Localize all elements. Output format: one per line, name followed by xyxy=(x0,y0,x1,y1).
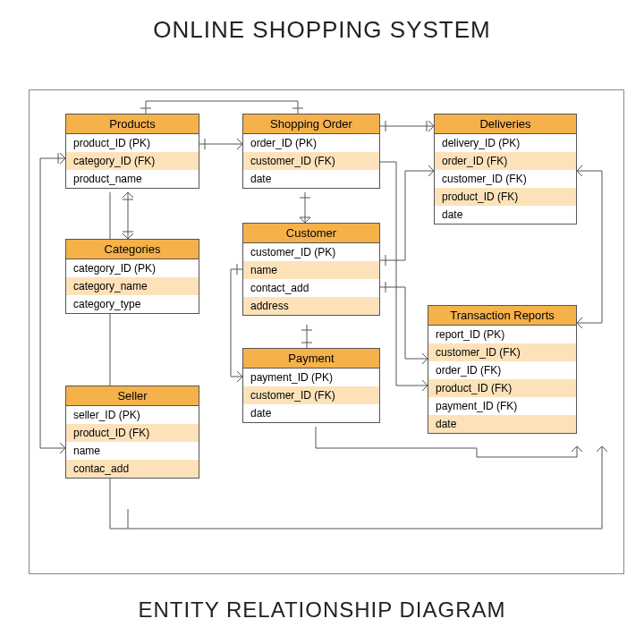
field: date xyxy=(243,404,379,422)
field: product_ID (PK) xyxy=(66,134,199,152)
field: category_name xyxy=(66,277,199,295)
diagram-canvas: Products product_ID (PK) category_ID (FK… xyxy=(29,89,624,574)
field: payment_ID (FK) xyxy=(428,397,576,415)
field: order_ID (FK) xyxy=(435,152,576,170)
field: report_ID (PK) xyxy=(428,326,576,343)
field: product_ID (FK) xyxy=(66,424,199,442)
entity-shopping-order: Shopping Order order_ID (PK) customer_ID… xyxy=(242,114,380,189)
entity-categories: Categories category_ID (PK) category_nam… xyxy=(65,239,199,314)
field: seller_ID (PK) xyxy=(66,406,199,424)
field: order_ID (FK) xyxy=(428,361,576,379)
entity-header: Products xyxy=(66,114,199,134)
entity-payment: Payment payment_ID (PK) customer_ID (FK)… xyxy=(242,348,380,423)
entity-header: Payment xyxy=(243,349,379,369)
entity-header: Customer xyxy=(243,224,379,243)
field: product_ID (FK) xyxy=(435,188,576,206)
field: contac_add xyxy=(66,460,199,478)
entity-header: Transaction Reports xyxy=(428,306,576,326)
field: date xyxy=(243,170,379,188)
field: date xyxy=(435,206,576,224)
entity-header: Categories xyxy=(66,240,199,259)
field: name xyxy=(243,261,379,279)
field: payment_ID (PK) xyxy=(243,369,379,386)
field: product_name xyxy=(66,170,199,188)
field: product_ID (FK) xyxy=(428,379,576,397)
diagram-subtitle: ENTITY RELATIONSHIP DIAGRAM xyxy=(0,597,644,623)
field: date xyxy=(428,415,576,433)
field: customer_ID (FK) xyxy=(243,152,379,170)
field: address xyxy=(243,297,379,315)
entity-seller: Seller seller_ID (PK) product_ID (FK) na… xyxy=(65,386,199,479)
entity-products: Products product_ID (PK) category_ID (FK… xyxy=(65,114,199,189)
field: category_ID (FK) xyxy=(66,152,199,170)
field: order_ID (PK) xyxy=(243,134,379,152)
field: customer_ID (FK) xyxy=(243,386,379,404)
field: category_type xyxy=(66,295,199,313)
diagram-title: ONLINE SHOPPING SYSTEM xyxy=(0,16,644,44)
field: name xyxy=(66,442,199,460)
field: customer_ID (FK) xyxy=(428,343,576,361)
entity-header: Seller xyxy=(66,386,199,406)
entity-customer: Customer customer_ID (PK) name contact_a… xyxy=(242,223,380,316)
field: contact_add xyxy=(243,279,379,297)
field: delivery_ID (PK) xyxy=(435,134,576,152)
field: customer_ID (PK) xyxy=(243,243,379,261)
entity-transaction-reports: Transaction Reports report_ID (PK) custo… xyxy=(428,305,577,434)
entity-deliveries: Deliveries delivery_ID (PK) order_ID (FK… xyxy=(434,114,577,225)
field: customer_ID (FK) xyxy=(435,170,576,188)
entity-header: Shopping Order xyxy=(243,114,379,134)
field: category_ID (PK) xyxy=(66,259,199,277)
entity-header: Deliveries xyxy=(435,114,576,134)
